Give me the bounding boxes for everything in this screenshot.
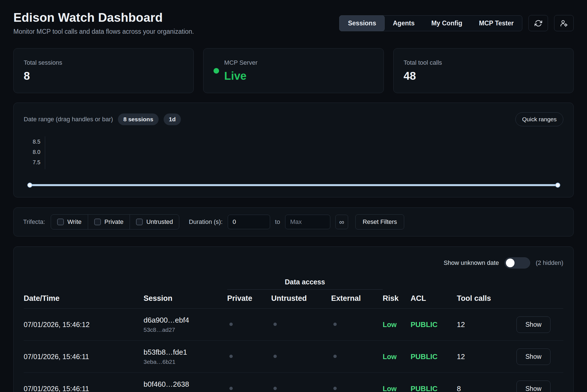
trifecta-label: Trifecta: bbox=[23, 218, 45, 226]
tab-mcp-tester[interactable]: MCP Tester bbox=[471, 16, 522, 31]
session-sub-id: 4a56…0559 bbox=[144, 391, 227, 392]
y-axis-tick: 7.5 bbox=[24, 159, 40, 166]
user-settings-button[interactable] bbox=[554, 15, 574, 31]
table-header: Data access Date/Time Session Private Un… bbox=[24, 278, 563, 309]
live-status-dot-icon bbox=[214, 68, 219, 74]
infinity-button[interactable]: ∞ bbox=[335, 215, 348, 229]
tab-my-config[interactable]: My Config bbox=[423, 16, 470, 31]
stat-total-sessions: Total sessions 8 bbox=[13, 48, 194, 93]
col-header-session: Session bbox=[144, 294, 227, 303]
risk-badge: Low bbox=[383, 353, 411, 361]
duration-min-input[interactable] bbox=[228, 215, 270, 229]
stat-value: Live bbox=[224, 70, 257, 82]
data-access-group-header: Data access bbox=[227, 278, 383, 290]
show-unknown-date-toggle[interactable] bbox=[504, 257, 530, 268]
show-session-button[interactable]: Show bbox=[516, 316, 550, 333]
header-actions: Sessions Agents My Config MCP Tester bbox=[339, 15, 574, 31]
row-datetime: 07/01/2026, 15:46:11 bbox=[24, 385, 144, 392]
y-axis-tick: 8.0 bbox=[24, 149, 40, 155]
filters-bar: Trifecta: Write Private Untrusted Durati… bbox=[13, 207, 574, 236]
external-indicator-dot bbox=[333, 323, 337, 326]
refresh-button[interactable] bbox=[528, 15, 548, 31]
untrusted-label: Untrusted bbox=[146, 218, 173, 226]
acl-badge: PUBLIC bbox=[411, 320, 457, 329]
private-indicator-dot bbox=[229, 355, 233, 358]
sessions-count-badge: 8 sessions bbox=[118, 113, 158, 125]
date-range-card: Date range (drag handles or bar) 8 sessi… bbox=[13, 103, 574, 197]
stat-label: Total tool calls bbox=[404, 59, 563, 66]
tab-sessions[interactable]: Sessions bbox=[339, 15, 385, 31]
slider-handle-right[interactable] bbox=[555, 183, 560, 188]
session-sub-id: 3eba…6b21 bbox=[144, 359, 227, 365]
col-header-acl: ACL bbox=[411, 294, 457, 303]
private-label: Private bbox=[105, 218, 123, 226]
table-row: 07/01/2026, 15:46:12 d6a900…ebf4 53c8…ad… bbox=[24, 309, 563, 341]
risk-badge: Low bbox=[383, 321, 411, 329]
risk-badge: Low bbox=[383, 385, 411, 392]
untrusted-checkbox[interactable] bbox=[136, 219, 143, 225]
row-session: d6a900…ebf4 53c8…ad27 bbox=[144, 316, 227, 333]
stat-total-tool-calls: Total tool calls 48 bbox=[393, 48, 574, 93]
stat-mcp-server: MCP Server Live bbox=[203, 48, 384, 93]
slider-bar[interactable] bbox=[30, 184, 558, 186]
col-header-datetime: Date/Time bbox=[24, 294, 144, 303]
external-indicator-dot bbox=[333, 355, 337, 358]
col-header-tool-calls: Tool calls bbox=[457, 294, 516, 303]
stat-label: MCP Server bbox=[224, 59, 257, 66]
sessions-table-card: Show unknown date (2 hidden) Data access… bbox=[13, 246, 574, 392]
slider-handle-left[interactable] bbox=[27, 183, 32, 188]
row-datetime: 07/01/2026, 15:46:12 bbox=[24, 321, 144, 329]
untrusted-indicator-dot bbox=[273, 323, 277, 326]
tool-calls-count: 12 bbox=[457, 352, 516, 361]
quick-ranges-button[interactable]: Quick ranges bbox=[515, 112, 563, 126]
duration-label: Duration (s): bbox=[189, 218, 222, 226]
tab-agents[interactable]: Agents bbox=[384, 16, 423, 31]
session-id: d6a900…ebf4 bbox=[144, 316, 227, 325]
col-header-external: External bbox=[331, 294, 383, 303]
stat-cards: Total sessions 8 MCP Server Live Total t… bbox=[13, 48, 574, 93]
user-gear-icon bbox=[560, 20, 568, 27]
session-sub-id: 53c8…ad27 bbox=[144, 326, 227, 333]
filter-untrusted[interactable]: Untrusted bbox=[130, 215, 179, 229]
tool-calls-count: 12 bbox=[457, 320, 516, 329]
private-indicator-dot bbox=[229, 323, 233, 326]
col-header-private: Private bbox=[227, 294, 271, 303]
stat-label: Total sessions bbox=[24, 59, 183, 66]
write-checkbox[interactable] bbox=[57, 219, 64, 225]
table-row: 07/01/2026, 15:46:11 b0f460…2638 4a56…05… bbox=[24, 373, 563, 392]
y-axis-tick: 8.5 bbox=[24, 139, 40, 145]
hidden-count-note: (2 hidden) bbox=[536, 259, 563, 267]
filter-write[interactable]: Write bbox=[51, 215, 88, 229]
duration-max-input[interactable] bbox=[285, 215, 330, 229]
stat-value: 8 bbox=[24, 70, 183, 82]
row-session: b53fb8…fde1 3eba…6b21 bbox=[144, 348, 227, 365]
date-range-slider[interactable] bbox=[24, 182, 563, 189]
col-header-untrusted: Untrusted bbox=[271, 294, 331, 303]
untrusted-indicator-dot bbox=[273, 387, 277, 390]
reset-filters-button[interactable]: Reset Filters bbox=[355, 214, 404, 229]
dashboard-page: Edison Watch Dashboard Monitor MCP tool … bbox=[0, 0, 587, 392]
untrusted-indicator-dot bbox=[273, 355, 277, 358]
show-session-button[interactable]: Show bbox=[516, 349, 550, 365]
tool-calls-count: 8 bbox=[457, 384, 516, 392]
page-title: Edison Watch Dashboard bbox=[13, 11, 194, 25]
table-row: 07/01/2026, 15:46:11 b53fb8…fde1 3eba…6b… bbox=[24, 341, 563, 373]
nav-tabs: Sessions Agents My Config MCP Tester bbox=[339, 15, 522, 31]
acl-badge: PUBLIC bbox=[411, 384, 457, 392]
row-session: b0f460…2638 4a56…0559 bbox=[144, 380, 227, 392]
row-datetime: 07/01/2026, 15:46:11 bbox=[24, 353, 144, 361]
private-indicator-dot bbox=[229, 387, 233, 390]
sessions-mini-chart: 8.5 8.0 7.5 bbox=[24, 134, 563, 179]
show-unknown-date-label: Show unknown date bbox=[444, 259, 499, 267]
date-range-label: Date range (drag handles or bar) bbox=[24, 116, 113, 123]
y-axis-line bbox=[45, 136, 45, 169]
trifecta-checkbox-group: Write Private Untrusted bbox=[51, 214, 180, 229]
write-label: Write bbox=[67, 218, 82, 226]
refresh-icon bbox=[535, 20, 542, 27]
to-label: to bbox=[275, 218, 280, 226]
show-session-button[interactable]: Show bbox=[516, 381, 550, 392]
filter-private[interactable]: Private bbox=[88, 215, 130, 229]
toggle-knob bbox=[506, 259, 515, 267]
session-id: b0f460…2638 bbox=[144, 380, 227, 389]
private-checkbox[interactable] bbox=[94, 219, 101, 225]
